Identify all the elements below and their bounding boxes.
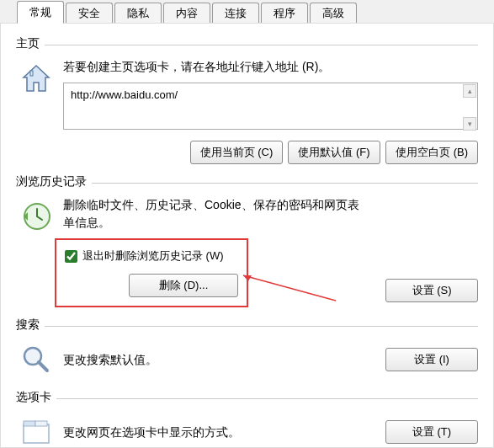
search-settings-button[interactable]: 设置 (I) — [385, 348, 478, 371]
tab-content[interactable]: 内容 — [163, 3, 210, 23]
tabs-group: 选项卡 更改网页在选项卡中显示的方式。 设置 (T) — [16, 390, 478, 448]
tab-privacy[interactable]: 隐私 — [114, 3, 162, 23]
tab-security[interactable]: 安全 — [66, 3, 113, 23]
tabs-description: 更改网页在选项卡中显示的方式。 — [63, 424, 362, 441]
history-description: 删除临时文件、历史记录、Cookie、保存的密码和网页表单信息。 — [63, 196, 362, 232]
delete-on-exit-checkbox[interactable] — [65, 250, 77, 263]
tab-content-panel: 主页 若要创建主页选项卡，请在各地址行键入地址 (R)。 ▴ ▾ 使用当前页 (… — [0, 24, 494, 448]
tabs-group-label: 选项卡 — [16, 390, 56, 405]
homepage-group: 主页 若要创建主页选项卡，请在各地址行键入地址 (R)。 ▴ ▾ 使用当前页 (… — [16, 36, 478, 164]
tabs-settings-button[interactable]: 设置 (T) — [385, 420, 478, 444]
tab-general[interactable]: 常规 — [17, 1, 64, 24]
tab-connections[interactable]: 连接 — [212, 3, 259, 23]
home-icon — [16, 58, 56, 99]
homepage-url-input[interactable] — [63, 83, 478, 130]
history-settings-button[interactable]: 设置 (S) — [385, 279, 478, 302]
search-group-label: 搜索 — [16, 317, 45, 333]
search-group: 搜索 更改搜索默认值。 设置 (I) — [16, 317, 478, 380]
homepage-group-label: 主页 — [16, 36, 45, 51]
delete-button[interactable]: 删除 (D)... — [129, 274, 238, 297]
history-group: 浏览历史记录 删除临时文件、历史记录、Cookie、保存的密码和网页表单信息。 … — [16, 174, 478, 307]
tab-advanced[interactable]: 高级 — [310, 3, 357, 23]
svg-rect-6 — [24, 424, 49, 443]
magnifier-icon — [16, 339, 56, 380]
delete-on-exit-label: 退出时删除浏览历史记录 (W) — [82, 248, 224, 264]
history-clock-icon — [16, 196, 56, 237]
tabs-icon — [16, 412, 56, 448]
use-default-button[interactable]: 使用默认值 (F) — [288, 141, 380, 164]
use-blank-button[interactable]: 使用空白页 (B) — [385, 141, 478, 164]
svg-rect-7 — [24, 421, 35, 426]
search-description: 更改搜索默认值。 — [63, 351, 362, 369]
annotation-highlight-box: 退出时删除浏览历史记录 (W) 删除 (D)... — [55, 238, 248, 307]
use-current-button[interactable]: 使用当前页 (C) — [190, 141, 283, 164]
history-group-label: 浏览历史记录 — [16, 174, 92, 189]
tab-programs[interactable]: 程序 — [261, 3, 308, 23]
homepage-instruction: 若要创建主页选项卡，请在各地址行键入地址 (R)。 — [63, 58, 478, 76]
tab-strip: 常规 安全 隐私 内容 连接 程序 高级 — [0, 0, 494, 24]
scroll-down-icon[interactable]: ▾ — [463, 117, 476, 131]
svg-line-5 — [39, 362, 47, 371]
scroll-up-icon[interactable]: ▴ — [463, 84, 476, 98]
svg-rect-0 — [30, 71, 33, 76]
svg-rect-8 — [35, 421, 47, 426]
